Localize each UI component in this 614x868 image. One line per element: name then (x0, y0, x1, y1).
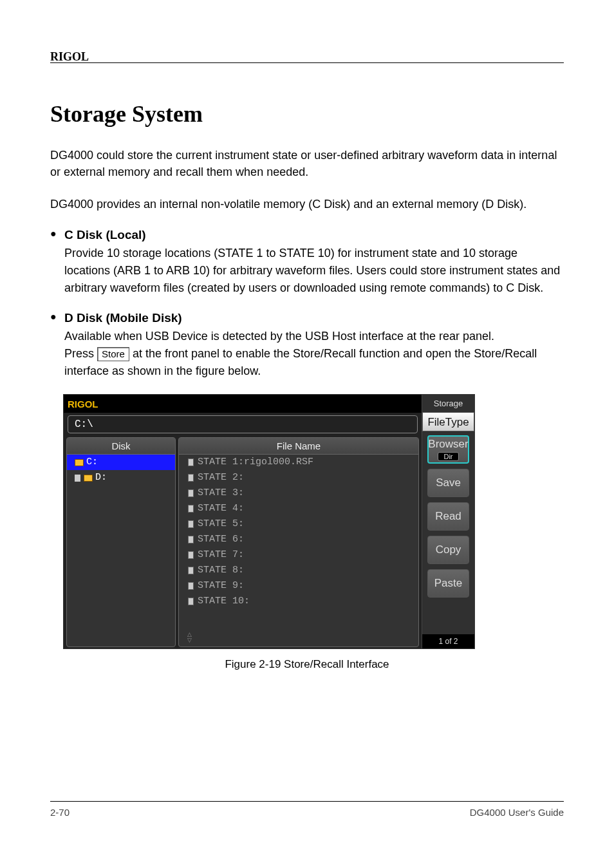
file-icon (188, 536, 194, 543)
file-icon (188, 474, 194, 482)
file-label: STATE 7: (198, 547, 244, 563)
bullet-text-after: at the front panel to enable the Store/R… (64, 347, 537, 377)
file-icon (188, 551, 194, 559)
file-row[interactable]: STATE 7: (179, 547, 418, 563)
bullet-d-disk: ● D Disk (Mobile Disk) Available when US… (50, 311, 564, 380)
bullet-body: D Disk (Mobile Disk) Available when USB … (64, 311, 564, 380)
file-row[interactable]: STATE 10: (179, 594, 418, 609)
file-label: STATE 8: (198, 563, 244, 578)
bullet-text-before: Available when USB Device is detected by… (64, 330, 494, 343)
press-prefix: Press (64, 347, 97, 360)
folder-icon (84, 475, 93, 482)
bullet-text: Available when USB Device is detected by… (64, 328, 564, 380)
disk-list: C:D: (67, 455, 175, 486)
file-label: STATE 2: (198, 470, 244, 486)
file-icon (188, 598, 194, 605)
paste-button[interactable]: Paste (427, 569, 469, 598)
browser-sub-label: Dir (438, 452, 458, 461)
read-button[interactable]: Read (427, 502, 469, 531)
file-label: STATE 9: (198, 578, 244, 594)
file-icon (188, 505, 194, 513)
file-row[interactable]: STATE 3: (179, 486, 418, 501)
folder-icon (75, 459, 84, 466)
bullet-title: C Disk (Local) (64, 228, 564, 242)
page-number: 2-70 (50, 807, 70, 818)
file-label: STATE 6: (198, 532, 244, 547)
bullet-marker: ● (50, 228, 64, 297)
file-label: STATE 1:rigol000.RSF (198, 455, 313, 470)
doc-title-footer: DG4000 User's Guide (470, 807, 564, 818)
disk-column-header: Disk (67, 438, 175, 455)
file-icon (188, 489, 194, 497)
file-icon (188, 458, 194, 466)
screenshot-main: Disk C:D: File Name STATE 1:rigol000.RSF… (64, 436, 422, 648)
file-column: File Name STATE 1:rigol000.RSFSTATE 2:ST… (178, 437, 419, 647)
bullet-marker: ● (50, 311, 64, 380)
external-disk-icon (75, 475, 80, 482)
file-row[interactable]: STATE 2: (179, 470, 418, 486)
brand-text: RIGOL (50, 50, 89, 63)
path-bar[interactable]: C:\ (68, 415, 418, 433)
file-icon (188, 567, 194, 574)
browser-button[interactable]: Browser Dir (427, 435, 469, 464)
file-icon (188, 520, 194, 528)
file-column-header: File Name (179, 438, 418, 455)
file-row[interactable]: STATE 6: (179, 532, 418, 547)
screenshot-topbar: RIGOL ⎙ (64, 395, 474, 413)
store-keycap: Store (97, 347, 129, 361)
bullet-body: C Disk (Local) Provide 10 storage locati… (64, 228, 564, 297)
file-label: STATE 3: (198, 486, 244, 501)
bullet-title: D Disk (Mobile Disk) (64, 311, 564, 325)
file-list: STATE 1:rigol000.RSFSTATE 2:STATE 3:STAT… (179, 455, 418, 609)
file-label: STATE 4: (198, 501, 244, 516)
disk-label: D: (95, 470, 107, 486)
file-label: STATE 5: (198, 516, 244, 532)
browser-label: Browser (428, 439, 468, 451)
memory-intro: DG4000 provides an internal non-volatile… (50, 196, 564, 212)
file-row[interactable]: STATE 9: (179, 578, 418, 594)
save-button[interactable]: Save (427, 469, 469, 497)
file-row[interactable]: STATE 4: (179, 501, 418, 516)
file-row[interactable]: STATE 1:rigol000.RSF (179, 455, 418, 470)
bullet-c-disk: ● C Disk (Local) Provide 10 storage loca… (50, 228, 564, 297)
page-header: RIGOL (50, 50, 564, 63)
file-icon (188, 582, 194, 590)
side-panel: Storage FileType Browser Dir Save Read C… (422, 395, 474, 648)
section-title: Storage System (50, 100, 564, 127)
filetype-button[interactable]: FileType (422, 412, 474, 431)
file-row[interactable]: STATE 8: (179, 563, 418, 578)
instrument-screenshot: RIGOL ⎙ C:\ Storage FileType Browser Dir… (63, 394, 475, 649)
side-title: Storage (422, 395, 474, 413)
disk-column: Disk C:D: (66, 437, 176, 647)
page-body: Storage System DG4000 could store the cu… (50, 77, 564, 671)
file-row[interactable]: STATE 5: (179, 516, 418, 532)
copy-button[interactable]: Copy (427, 536, 469, 564)
figure-caption: Figure 2-19 Store/Recall Interface (50, 658, 564, 671)
screenshot-brand: RIGOL (68, 399, 98, 410)
side-page-indicator: 1 of 2 (422, 634, 474, 648)
page-footer: 2-70 DG4000 User's Guide (50, 801, 564, 818)
disk-label: C: (86, 455, 98, 470)
bullet-text: Provide 10 storage locations (STATE 1 to… (64, 245, 564, 297)
file-label: STATE 10: (198, 594, 250, 609)
intro-paragraph: DG4000 could store the current instrumen… (50, 147, 564, 180)
disk-row[interactable]: D: (67, 470, 175, 486)
scroll-hint-icon: △ ▽ (180, 632, 199, 643)
disk-row[interactable]: C: (67, 455, 175, 470)
